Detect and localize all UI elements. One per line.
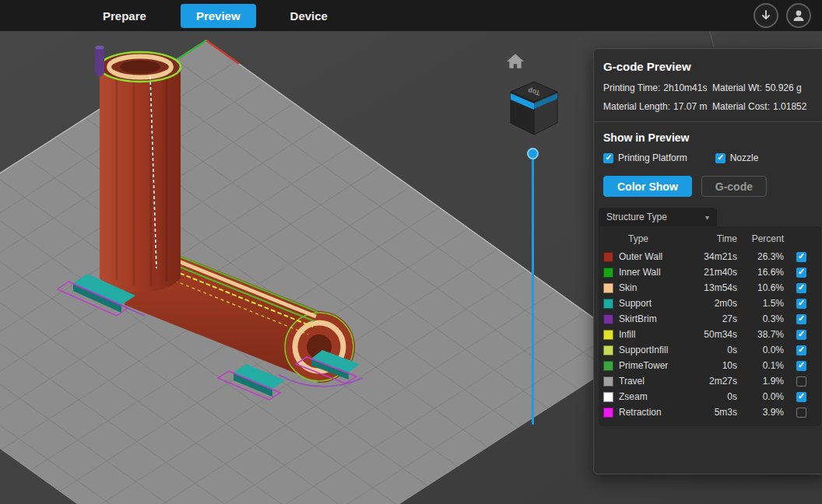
row-type-label: Zseam: [619, 391, 690, 402]
row-percent: 1.5%: [737, 298, 784, 309]
color-show-button[interactable]: Color Show: [603, 176, 692, 197]
table-row: Inner Wall 21m40s 16.6%: [599, 264, 821, 280]
structure-table-body: Outer Wall 34m21s 26.3% Inner Wall 21m40…: [599, 249, 821, 420]
table-row: Skin 13m54s 10.6%: [599, 280, 821, 296]
row-time: 0s: [690, 345, 737, 355]
stat-printing-time: Printing Time:2h10m41s: [603, 82, 712, 93]
row-percent: 38.7%: [737, 329, 784, 340]
skirt-pillar: [95, 47, 104, 76]
layer-slider-handle[interactable]: [527, 148, 539, 159]
table-row: Zseam 0s 0.0%: [599, 389, 821, 404]
home-view-button[interactable]: [506, 53, 525, 70]
row-color-swatch: [603, 283, 613, 293]
row-color-swatch: [603, 376, 613, 387]
row-percent: 3.9%: [737, 407, 784, 418]
row-type-label: Travel: [619, 376, 690, 387]
row-visibility-checkbox[interactable]: [796, 361, 806, 371]
print-stats: Printing Time:2h10m41s Material Wt:50.92…: [594, 82, 822, 112]
table-row: SupportInfill 0s 0.0%: [599, 342, 821, 358]
row-percent: 0.3%: [737, 313, 784, 324]
preview-option-checkbox[interactable]: [715, 153, 725, 163]
row-color-swatch: [603, 345, 613, 355]
row-visibility-checkbox[interactable]: [796, 376, 806, 387]
gcode-button[interactable]: G-code: [701, 176, 767, 197]
structure-section: Structure Type ▾ Type Time Percent Outer…: [594, 208, 822, 426]
row-time: 0s: [690, 391, 737, 402]
row-color-swatch: [603, 314, 613, 324]
user-icon: [792, 9, 806, 23]
row-time: 50m34s: [690, 329, 737, 340]
row-visibility-checkbox[interactable]: [796, 345, 806, 355]
download-icon: [759, 9, 773, 23]
row-time: 2m0s: [690, 298, 737, 309]
tab-preview[interactable]: Preview: [181, 4, 256, 28]
row-time: 2m27s: [690, 376, 737, 387]
structure-table-header: Type Time Percent: [599, 229, 821, 249]
row-percent: 10.6%: [737, 282, 784, 293]
preview-option[interactable]: Nozzle: [715, 152, 759, 163]
row-time: 34m21s: [690, 251, 737, 262]
stat-material-weight: Material Wt:50.926 g: [712, 82, 817, 93]
row-visibility-checkbox[interactable]: [796, 408, 806, 418]
row-type-label: SkirtBrim: [619, 313, 690, 324]
row-time: 21m40s: [690, 267, 737, 278]
row-type-label: PrimeTower: [619, 360, 690, 371]
table-row: SkirtBrim 27s 0.3%: [599, 311, 821, 327]
structure-type-dropdown[interactable]: Structure Type ▾: [599, 208, 717, 226]
row-type-label: Inner Wall: [619, 267, 690, 278]
row-type-label: Outer Wall: [619, 251, 690, 262]
row-visibility-checkbox[interactable]: [796, 299, 806, 309]
preview-option-checkbox[interactable]: [603, 153, 613, 163]
row-time: 5m3s: [690, 407, 737, 418]
layer-slider-track[interactable]: [532, 156, 534, 425]
table-row: Retraction 5m3s 3.9%: [599, 404, 821, 420]
row-percent: 16.6%: [737, 267, 784, 278]
row-visibility-checkbox[interactable]: [796, 268, 806, 278]
row-visibility-checkbox[interactable]: [796, 330, 806, 340]
row-time: 13m54s: [690, 282, 737, 293]
row-type-label: Support: [619, 298, 690, 309]
layer-slider[interactable]: [526, 148, 540, 432]
tab-prepare[interactable]: Prepare: [87, 4, 162, 28]
row-percent: 0.0%: [737, 391, 784, 402]
row-color-swatch: [603, 408, 613, 418]
download-button[interactable]: [754, 3, 778, 28]
view-cube[interactable]: Top: [504, 78, 564, 140]
row-visibility-checkbox[interactable]: [796, 392, 806, 402]
row-color-swatch: [603, 392, 613, 402]
row-percent: 26.3%: [737, 251, 784, 262]
table-row: Outer Wall 34m21s 26.3%: [599, 249, 821, 264]
structure-table: Type Time Percent Outer Wall 34m21s 26.3…: [599, 226, 821, 426]
tab-device[interactable]: Device: [275, 4, 343, 28]
preview-options: Printing Platform Nozzle: [594, 152, 822, 163]
show-in-preview-title: Show in Preview: [594, 131, 822, 144]
row-type-label: SupportInfill: [619, 345, 690, 355]
user-button[interactable]: [786, 3, 811, 28]
main-tabs: Prepare Preview Device: [87, 4, 343, 28]
row-percent: 0.0%: [737, 345, 784, 355]
table-row: Travel 2m27s 1.9%: [599, 373, 821, 389]
preview-option[interactable]: Printing Platform: [603, 152, 687, 163]
row-color-swatch: [603, 252, 613, 262]
row-type-label: Infill: [619, 329, 690, 340]
divider: [594, 121, 822, 122]
preview-option-label: Printing Platform: [618, 152, 687, 163]
row-color-swatch: [603, 361, 613, 371]
row-percent: 0.1%: [737, 360, 784, 371]
preview-option-label: Nozzle: [730, 152, 759, 163]
row-visibility-checkbox[interactable]: [796, 252, 806, 262]
row-color-swatch: [603, 268, 613, 278]
row-visibility-checkbox[interactable]: [796, 314, 806, 324]
row-visibility-checkbox[interactable]: [796, 283, 806, 293]
home-icon: [506, 53, 525, 70]
mode-buttons: Color Show G-code: [603, 176, 817, 197]
table-row: Infill 50m34s 38.7%: [599, 327, 821, 342]
row-type-label: Retraction: [619, 407, 690, 418]
stat-material-cost: Material Cost:1.01852: [712, 101, 817, 112]
topbar: Prepare Preview Device: [0, 0, 822, 31]
panel-title: G-code Preview: [594, 60, 822, 73]
chevron-down-icon: ▾: [705, 213, 709, 222]
row-percent: 1.9%: [737, 376, 784, 387]
slicer-app: Top Prepare Preview Device: [0, 0, 822, 504]
row-type-label: Skin: [619, 282, 690, 293]
